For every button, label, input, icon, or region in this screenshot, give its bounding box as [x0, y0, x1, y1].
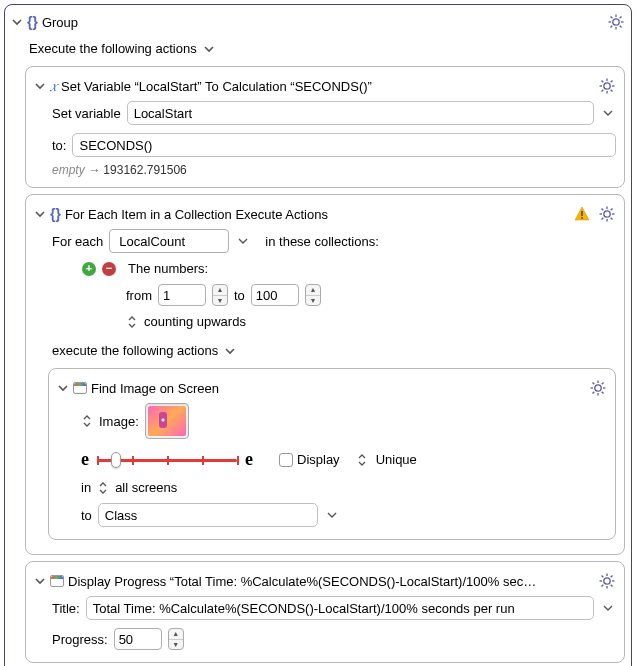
to-input[interactable]	[251, 284, 299, 306]
to-label: to	[234, 288, 245, 303]
counting-updown-icon[interactable]	[126, 316, 138, 328]
image-thumbnail	[148, 406, 186, 436]
disclose-setvar[interactable]	[34, 80, 46, 92]
foreach-in-label: in these collections:	[265, 234, 378, 249]
svg-line-28	[611, 209, 613, 211]
display-label: Display	[297, 452, 340, 467]
fuzziness-slider[interactable]	[97, 451, 237, 469]
progress-value-label: Progress:	[52, 632, 108, 647]
svg-line-15	[611, 90, 613, 92]
remove-collection-button[interactable]: −	[102, 262, 116, 276]
window-icon	[73, 382, 87, 394]
progress-title: Display Progress “Total Time: %Calculate…	[68, 574, 538, 589]
progress-title-input[interactable]	[88, 598, 592, 618]
foreach-var-input[interactable]	[114, 232, 224, 250]
svg-line-35	[602, 392, 604, 394]
setvar-name-field[interactable]	[127, 101, 594, 125]
findimg-to-input[interactable]	[100, 505, 316, 525]
image-well[interactable]	[145, 403, 189, 439]
to-stepper[interactable]: ▲▼	[305, 284, 321, 306]
window-icon	[50, 575, 64, 587]
findimg-to-label: to	[81, 508, 92, 523]
svg-rect-18	[581, 211, 583, 216]
setvar-expr-input[interactable]	[74, 135, 614, 155]
gear-icon[interactable]	[589, 379, 607, 397]
svg-line-44	[611, 585, 613, 587]
unique-label[interactable]: Unique	[376, 452, 417, 467]
display-checkbox[interactable]: Display	[279, 452, 340, 467]
progress-title-field[interactable]	[86, 596, 594, 620]
foreach-var-menu[interactable]	[235, 236, 251, 246]
group-subtitle: Execute the following actions	[29, 41, 197, 56]
disclose-foreach[interactable]	[34, 208, 46, 220]
from-label: from	[126, 288, 152, 303]
gear-icon[interactable]	[598, 77, 616, 95]
foreach-var-field[interactable]	[109, 229, 229, 253]
disclose-progress[interactable]	[34, 575, 46, 587]
svg-point-20	[604, 211, 610, 217]
findimg-to-field[interactable]	[98, 503, 318, 527]
setvar-label: Set variable	[52, 106, 121, 121]
group-panel: {} Group Execute the following actions 𝑥…	[4, 4, 632, 666]
svg-line-5	[611, 17, 613, 19]
svg-point-0	[613, 19, 619, 25]
counting-label[interactable]: counting upwards	[144, 314, 246, 329]
setvar-expr-field[interactable]	[72, 133, 616, 157]
warning-icon	[574, 206, 590, 222]
progress-title-menu[interactable]	[600, 603, 616, 613]
setvar-title: Set Variable “LocalStart” To Calculation…	[61, 79, 372, 94]
image-label: Image:	[99, 414, 139, 429]
svg-line-36	[593, 392, 595, 394]
disclose-actions[interactable]	[203, 43, 215, 55]
foreach-label: For each	[52, 234, 103, 249]
variable-icon: 𝑥	[50, 77, 57, 95]
image-updown-icon[interactable]	[81, 415, 93, 427]
foreach-panel: {} For Each Item in a Collection Execute…	[25, 194, 625, 555]
disclose-findimg[interactable]	[57, 382, 69, 394]
svg-line-16	[602, 90, 604, 92]
in-label: in	[81, 480, 91, 495]
progress-title-label: Title:	[52, 601, 80, 616]
setvar-to-label: to:	[52, 138, 66, 153]
unique-updown-icon[interactable]	[356, 454, 368, 466]
svg-line-25	[602, 209, 604, 211]
svg-line-17	[611, 81, 613, 83]
svg-line-27	[602, 218, 604, 220]
svg-point-29	[595, 385, 601, 391]
svg-line-34	[593, 383, 595, 385]
gear-icon[interactable]	[598, 205, 616, 223]
svg-line-6	[620, 26, 622, 28]
svg-line-46	[611, 576, 613, 578]
setvar-name-input[interactable]	[129, 103, 592, 123]
add-collection-button[interactable]: +	[82, 262, 96, 276]
screens-updown-icon[interactable]	[97, 482, 109, 494]
from-input[interactable]	[158, 284, 206, 306]
svg-line-43	[602, 576, 604, 578]
foreach-title: For Each Item in a Collection Execute Ac…	[65, 207, 328, 222]
gear-icon[interactable]	[607, 13, 625, 31]
findimg-title: Find Image on Screen	[91, 381, 219, 396]
findimg-panel: Find Image on Screen Image: e	[48, 368, 616, 540]
svg-line-37	[602, 383, 604, 385]
svg-line-45	[602, 585, 604, 587]
disclose-inner-actions[interactable]	[224, 345, 236, 357]
braces-icon: {}	[50, 206, 61, 222]
svg-point-38	[604, 578, 610, 584]
from-stepper[interactable]: ▲▼	[212, 284, 228, 306]
group-title: Group	[42, 15, 78, 30]
setvar-name-menu[interactable]	[600, 108, 616, 118]
setvar-result-line: empty → 193162.791506	[34, 161, 616, 179]
findimg-to-menu[interactable]	[324, 510, 340, 520]
gear-icon[interactable]	[598, 572, 616, 590]
fuzzy-left-icon: e	[81, 449, 89, 470]
svg-line-8	[620, 17, 622, 19]
svg-line-26	[611, 218, 613, 220]
screens-label[interactable]: all screens	[115, 480, 177, 495]
progress-panel: Display Progress “Total Time: %Calculate…	[25, 561, 625, 663]
progress-value-input[interactable]	[114, 628, 162, 650]
fuzzy-right-icon: e	[245, 449, 253, 470]
disclose-group[interactable]	[11, 16, 23, 28]
numbers-label: The numbers:	[128, 261, 208, 276]
braces-icon: {}	[27, 14, 38, 30]
progress-stepper[interactable]: ▲▼	[168, 628, 184, 650]
